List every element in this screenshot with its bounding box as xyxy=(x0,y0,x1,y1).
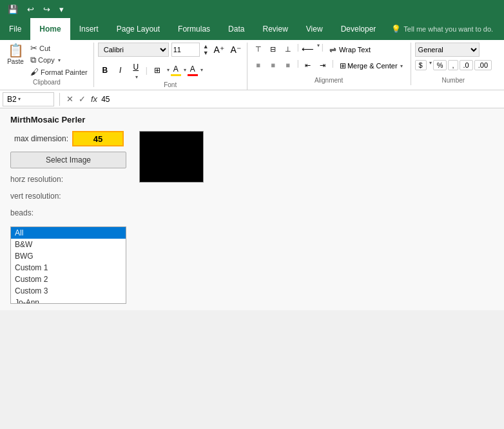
ribbon-alignment-group: ⊤ ⊟ ⊥ | ⟵ ▾ | ⇌ Wrap Text ≡ ≡ ≡ | ⇤ ⇥ | xyxy=(247,43,411,85)
italic-button[interactable]: I xyxy=(113,63,128,77)
align-center-btn[interactable]: ≡ xyxy=(266,59,280,72)
formula-fx-btn[interactable]: fx xyxy=(90,94,99,104)
menu-developer[interactable]: Developer xyxy=(332,18,385,40)
number-format-select[interactable]: General xyxy=(415,43,480,57)
format-painter-label: Format Painter xyxy=(41,68,88,76)
list-item[interactable]: B&W xyxy=(11,239,126,250)
align-left-btn[interactable]: ≡ xyxy=(251,59,266,72)
tell-me-input[interactable] xyxy=(403,25,494,33)
border-button[interactable]: ⊞ xyxy=(150,63,164,77)
menu-page-layout[interactable]: Page Layout xyxy=(108,18,169,40)
menu-review[interactable]: Review xyxy=(253,18,296,40)
list-box[interactable]: AllB&WBWGCustom 1Custom 2Custom 3Jo-AnnS… xyxy=(10,226,126,304)
separator-4: | xyxy=(297,59,299,73)
merge-center-button[interactable]: ⊞ Merge & Center ▾ xyxy=(336,59,407,73)
border-dropdown-icon[interactable]: ▾ xyxy=(167,67,170,73)
decrease-indent-btn[interactable]: ⇤ xyxy=(301,59,315,72)
cell-ref-dropdown-icon[interactable]: ▾ xyxy=(18,96,21,102)
list-item[interactable]: All xyxy=(11,227,126,239)
merge-dropdown-icon[interactable]: ▾ xyxy=(400,63,403,69)
list-item[interactable]: BWG xyxy=(11,250,126,262)
list-item[interactable]: Custom 2 xyxy=(11,274,126,285)
decimal-increase-btn[interactable]: .0 xyxy=(460,60,473,70)
clipboard-small-btns: ✂ Cut ⧉ Copy ▾ 🖌 Format Painter xyxy=(28,43,90,77)
undo-icon[interactable]: ↩ xyxy=(24,3,37,15)
number-content: General $ ▾ % , .0 .00 xyxy=(415,43,492,75)
beads-label: beads: xyxy=(10,207,34,219)
paste-button[interactable]: 📋 Paste xyxy=(4,43,27,66)
menu-file[interactable]: File xyxy=(0,18,30,40)
menu-insert[interactable]: Insert xyxy=(70,18,108,40)
fill-dropdown-icon[interactable]: ▾ xyxy=(184,67,186,73)
font-size-increase-btn[interactable]: ▲ xyxy=(202,44,209,50)
decimal-decrease-btn[interactable]: .00 xyxy=(474,60,492,70)
bold-button[interactable]: B xyxy=(98,63,112,77)
font-family-select[interactable]: Calibri xyxy=(98,43,169,57)
list-item[interactable]: Custom 3 xyxy=(11,285,126,297)
separator-5: | xyxy=(332,59,334,73)
list-item[interactable]: Jo-Ann xyxy=(11,297,126,304)
font-size-decrease-btn[interactable]: ▼ xyxy=(202,50,209,56)
underline-button[interactable]: U xyxy=(129,60,143,74)
increase-indent-btn[interactable]: ⇥ xyxy=(316,59,330,72)
number-group-label: Number xyxy=(415,75,492,85)
menu-bar: File Home Insert Page Layout Formulas Da… xyxy=(0,18,504,40)
align-top-btn[interactable]: ⊤ xyxy=(251,43,266,55)
cut-button[interactable]: ✂ Cut xyxy=(28,43,90,54)
font-size-input[interactable] xyxy=(171,43,200,57)
separator-1: | xyxy=(146,66,148,75)
beads-row: beads: xyxy=(10,207,126,219)
clipboard-group-label: Clipboard xyxy=(4,77,90,87)
align-right-btn[interactable]: ≡ xyxy=(281,59,295,72)
underline-dropdown-icon[interactable]: ▾ xyxy=(135,74,138,80)
merge-center-label: Merge & Center xyxy=(347,62,398,70)
copy-dropdown-icon[interactable]: ▾ xyxy=(58,57,61,63)
font-grow-button[interactable]: A⁺ xyxy=(212,43,226,57)
currency-dropdown-icon[interactable]: ▾ xyxy=(429,60,432,70)
redo-icon[interactable]: ↪ xyxy=(41,3,53,15)
copy-button[interactable]: ⧉ Copy ▾ xyxy=(28,54,90,66)
title-bar: 💾 ↩ ↪ ▾ xyxy=(0,0,504,18)
formula-confirm-btn[interactable]: ✓ xyxy=(77,94,87,104)
formula-cancel-btn[interactable]: ✕ xyxy=(65,94,75,104)
vert-resolution-label: vert resolution: xyxy=(10,190,61,202)
font-color-dropdown-icon[interactable]: ▾ xyxy=(200,67,203,73)
comma-btn[interactable]: , xyxy=(448,60,458,70)
percent-btn[interactable]: % xyxy=(433,60,447,70)
orient-btn[interactable]: ⟵ xyxy=(301,43,315,55)
quick-access-dropdown-icon[interactable]: ▾ xyxy=(57,3,66,15)
cell-ref-box[interactable]: B2 ▾ xyxy=(3,92,54,106)
font-color-button[interactable]: A xyxy=(188,65,198,76)
ribbon-clipboard-group: 📋 Paste ✂ Cut ⧉ Copy ▾ 🖌 Format Painter xyxy=(0,43,94,87)
cell-ref-value: B2 xyxy=(7,95,17,104)
formula-divider xyxy=(59,93,60,106)
list-item[interactable]: Custom 1 xyxy=(11,262,126,274)
max-dimension-input[interactable] xyxy=(72,131,124,146)
select-image-button[interactable]: Select Image xyxy=(10,152,126,168)
align-middle-btn[interactable]: ⊟ xyxy=(266,43,280,55)
tell-me-icon: 💡 xyxy=(391,25,401,34)
font-shrink-button[interactable]: A⁻ xyxy=(229,43,243,57)
form-content: max dimension: Select Image horz resolut… xyxy=(10,131,494,304)
alignment-group-label: Alignment xyxy=(251,75,407,85)
separator-2: | xyxy=(297,43,299,57)
ribbon-number-group: General $ ▾ % , .0 .00 Number xyxy=(411,43,496,85)
vert-resolution-row: vert resolution: xyxy=(10,190,126,202)
save-icon[interactable]: 💾 xyxy=(5,3,21,15)
menu-home[interactable]: Home xyxy=(30,18,70,40)
font-color-icon: A xyxy=(190,65,195,74)
menu-formulas[interactable]: Formulas xyxy=(169,18,219,40)
tell-me-search: 💡 xyxy=(391,18,494,40)
formula-input[interactable] xyxy=(101,95,501,104)
cut-label: Cut xyxy=(39,45,50,52)
align-bottom-btn[interactable]: ⊥ xyxy=(281,43,295,55)
paste-label: Paste xyxy=(7,58,24,65)
menu-data[interactable]: Data xyxy=(219,18,253,40)
fill-color-button[interactable]: A xyxy=(171,65,181,76)
currency-btn[interactable]: $ xyxy=(415,60,427,70)
font-content: Calibri ▲ ▼ A⁺ A⁻ B I U ▾ | ⊞ ▾ xyxy=(98,43,243,80)
menu-view[interactable]: View xyxy=(297,18,332,40)
orient-dropdown-icon[interactable]: ▾ xyxy=(317,43,320,57)
wrap-text-button[interactable]: ⇌ Wrap Text xyxy=(325,43,374,57)
format-painter-button[interactable]: 🖌 Format Painter xyxy=(28,66,90,77)
